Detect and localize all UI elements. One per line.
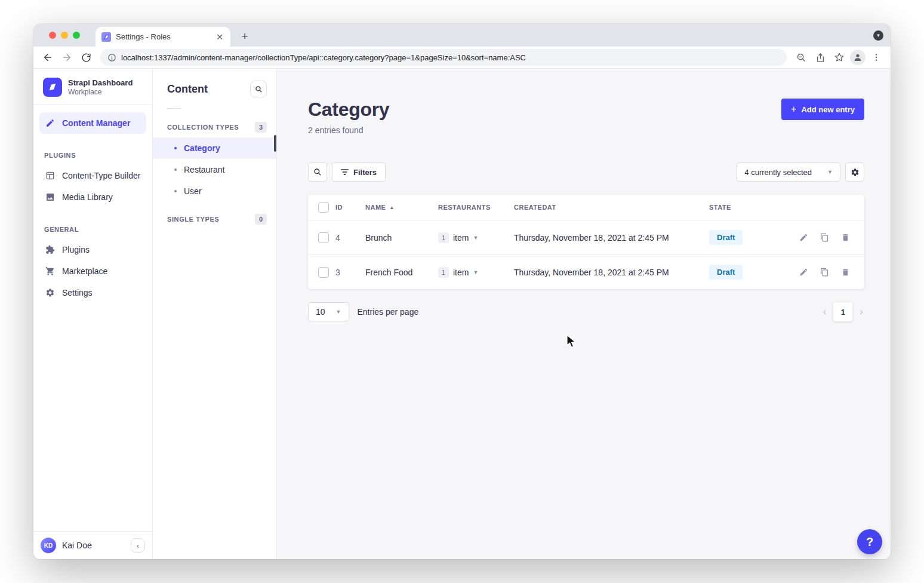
browser-toolbar: localhost:1337/admin/content-manager/col… — [33, 47, 891, 69]
sidebar-section-plugins: PLUGINS — [33, 141, 152, 165]
page-number-button[interactable]: 1 — [833, 302, 852, 321]
plus-icon: + — [791, 105, 796, 114]
column-header-restaurants[interactable]: RESTAURANTS — [438, 204, 514, 211]
reload-icon[interactable] — [78, 49, 94, 66]
table-row[interactable]: 3 French Food 1 item ▼ Thursday, Novembe… — [308, 254, 864, 289]
column-header-name[interactable]: NAME▲ — [365, 204, 438, 211]
single-types-label: SINGLE TYPES — [167, 216, 219, 223]
address-bar[interactable]: localhost:1337/admin/content-manager/col… — [100, 49, 787, 66]
tab-search-button[interactable]: ▼ — [873, 30, 883, 41]
row-checkbox[interactable] — [318, 267, 329, 278]
sort-asc-icon: ▲ — [389, 205, 394, 210]
delete-icon[interactable] — [841, 233, 850, 242]
subnav-item-user[interactable]: User — [153, 180, 276, 202]
row-checkbox[interactable] — [318, 232, 329, 243]
page-size-select[interactable]: 10 ▼ — [308, 302, 349, 321]
tab-strip: Settings - Roles ✕ + ▼ — [33, 24, 891, 47]
subnav-item-category[interactable]: Category — [153, 137, 276, 159]
puzzle-icon — [44, 245, 56, 254]
bullet-icon — [174, 190, 177, 192]
fields-select[interactable]: 4 currently selected ▼ — [737, 162, 840, 182]
workspace-switcher[interactable]: Strapi Dashboard Workplace — [33, 69, 152, 105]
cell-restaurants[interactable]: 1 item ▼ — [438, 232, 514, 243]
content-subnav: Content COLLECTION TYPES 3 Category Rest… — [153, 69, 277, 559]
view-settings-button[interactable] — [845, 162, 864, 182]
share-icon[interactable] — [812, 49, 828, 66]
state-badge: Draft — [709, 230, 743, 245]
page-title: Category — [308, 99, 389, 121]
subnav-item-restaurant[interactable]: Restaurant — [153, 159, 276, 180]
duplicate-icon[interactable] — [820, 233, 829, 242]
sidebar-item-settings[interactable]: Settings — [39, 282, 146, 303]
strapi-favicon-icon — [101, 32, 111, 42]
delete-icon[interactable] — [841, 268, 850, 277]
duplicate-icon[interactable] — [820, 268, 829, 277]
sidebar-item-content-type-builder[interactable]: Content-Type Builder — [39, 165, 146, 186]
browser-window: Settings - Roles ✕ + ▼ localhost:1337/ad… — [33, 24, 891, 559]
bookmark-star-icon[interactable] — [831, 49, 848, 66]
pagination: 10 ▼ Entries per page ‹ 1 › — [308, 302, 864, 321]
help-button[interactable]: ? — [857, 529, 882, 554]
sidebar-item-plugins[interactable]: Plugins — [39, 239, 146, 260]
table-header-row: ID NAME▲ RESTAURANTS CREATEDAT STATE — [308, 195, 864, 220]
column-header-createdat[interactable]: CREATEDAT — [514, 204, 709, 211]
sidebar-section-general: GENERAL — [33, 215, 152, 239]
chevron-down-icon: ▼ — [473, 235, 478, 241]
user-name: Kai Doe — [62, 541, 92, 550]
chevron-down-icon: ▼ — [827, 169, 833, 175]
chevron-down-icon: ▼ — [336, 309, 341, 315]
zoom-out-icon[interactable] — [793, 49, 809, 66]
fields-select-value: 4 currently selected — [744, 168, 812, 177]
column-header-id[interactable]: ID — [335, 204, 365, 211]
subnav-item-label: Restaurant — [184, 165, 224, 174]
column-header-state[interactable]: STATE — [709, 204, 778, 211]
site-info-icon[interactable] — [107, 53, 116, 62]
entries-table: ID NAME▲ RESTAURANTS CREATEDAT STATE 4 B… — [308, 195, 864, 289]
filter-icon — [341, 168, 349, 176]
state-badge: Draft — [709, 265, 743, 280]
tab-close-icon[interactable]: ✕ — [215, 32, 224, 42]
browser-menu-icon[interactable] — [868, 49, 885, 66]
bullet-icon — [174, 147, 177, 149]
sidebar-item-media-library[interactable]: Media Library — [39, 186, 146, 208]
previous-page-icon[interactable]: ‹ — [822, 306, 828, 318]
edit-icon[interactable] — [799, 268, 808, 277]
cell-createdat: Thursday, November 18, 2021 at 2:45 PM — [514, 268, 709, 277]
relation-count-badge: 1 — [438, 232, 449, 243]
edit-icon[interactable] — [799, 233, 808, 242]
window-fullscreen-button[interactable] — [73, 32, 80, 39]
select-all-checkbox[interactable] — [318, 202, 329, 213]
back-icon[interactable] — [39, 49, 56, 66]
collapse-sidebar-button[interactable]: ‹ — [131, 538, 145, 553]
search-entries-button[interactable] — [308, 162, 327, 182]
window-minimize-button[interactable] — [61, 32, 68, 39]
window-close-button[interactable] — [49, 32, 56, 39]
browser-profile-icon[interactable] — [850, 50, 866, 65]
subnav-scrollbar[interactable] — [274, 135, 276, 152]
new-tab-button[interactable]: + — [236, 28, 253, 45]
app-name: Strapi Dashboard — [68, 78, 133, 88]
sidebar-item-marketplace[interactable]: Marketplace — [39, 260, 146, 282]
next-page-icon[interactable]: › — [858, 306, 864, 318]
relation-count-badge: 1 — [438, 267, 449, 278]
sidebar-item-content-manager[interactable]: Content Manager — [39, 112, 146, 134]
main-sidebar: Strapi Dashboard Workplace Content Manag… — [33, 69, 153, 559]
user-profile[interactable]: KD Kai Doe ‹ — [33, 531, 152, 559]
user-avatar: KD — [41, 538, 56, 553]
page-size-value: 10 — [316, 307, 325, 317]
cell-id: 4 — [335, 233, 365, 243]
subnav-item-label: Category — [184, 143, 220, 153]
cell-name: Brunch — [365, 233, 438, 243]
forward-icon[interactable] — [58, 49, 75, 66]
window-controls — [49, 32, 80, 39]
add-new-entry-button[interactable]: + Add new entry — [781, 99, 864, 120]
entries-per-page-label: Entries per page — [358, 307, 419, 317]
sidebar-item-label: Content Manager — [62, 118, 130, 128]
table-row[interactable]: 4 Brunch 1 item ▼ Thursday, November 18,… — [308, 220, 864, 254]
cell-restaurants[interactable]: 1 item ▼ — [438, 267, 514, 278]
filters-button[interactable]: Filters — [332, 162, 386, 182]
sidebar-item-label: Media Library — [62, 192, 113, 202]
browser-tab[interactable]: Settings - Roles ✕ — [96, 27, 230, 47]
media-library-icon — [44, 192, 56, 202]
subnav-search-button[interactable] — [250, 81, 267, 97]
